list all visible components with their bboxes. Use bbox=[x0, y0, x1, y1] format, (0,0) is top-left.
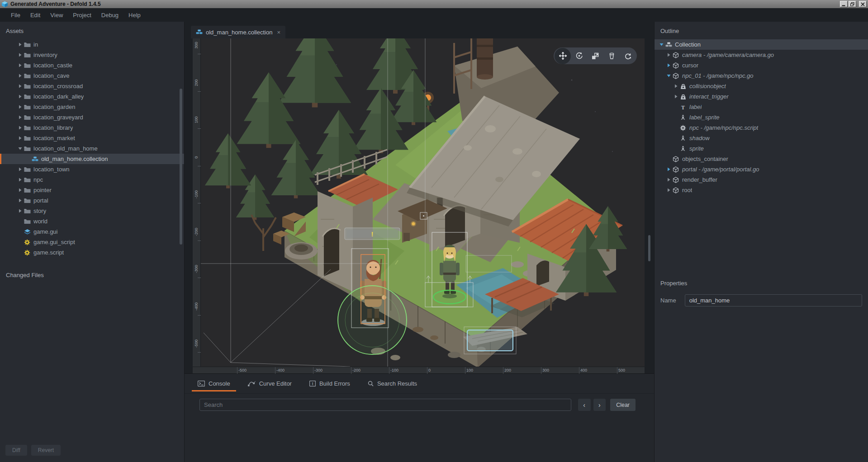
asset-location_library[interactable]: location_library bbox=[0, 123, 184, 133]
asset-location_castle[interactable]: location_castle bbox=[0, 60, 184, 71]
chevron-right-icon[interactable] bbox=[17, 178, 23, 182]
scene-toolbar bbox=[554, 47, 637, 64]
search-input[interactable] bbox=[199, 399, 571, 411]
asset-world[interactable]: world bbox=[0, 216, 184, 226]
chevron-right-icon[interactable] bbox=[17, 94, 23, 99]
next-result-button[interactable]: › bbox=[593, 399, 606, 411]
asset-location_town[interactable]: location_town bbox=[0, 164, 184, 174]
menu-file[interactable]: File bbox=[6, 9, 25, 21]
menu-debug[interactable]: Debug bbox=[96, 9, 123, 21]
chevron-right-icon[interactable] bbox=[17, 42, 23, 47]
outline-interact_trigger[interactable]: interact_trigger bbox=[655, 91, 868, 102]
chevron-right-icon[interactable] bbox=[17, 105, 23, 109]
ruler-y-label: -400 bbox=[194, 299, 199, 314]
viewport-scrollbar[interactable] bbox=[648, 235, 650, 261]
ruler-y-label: -200 bbox=[194, 225, 199, 239]
menu-view[interactable]: View bbox=[45, 9, 68, 21]
gear-icon bbox=[679, 125, 687, 131]
move-tool-button[interactable] bbox=[555, 48, 571, 64]
chevron-down-icon[interactable] bbox=[665, 74, 672, 78]
chevron-right-icon[interactable] bbox=[17, 198, 23, 203]
outline-camera[interactable]: camera - /game/camera/camera.go bbox=[655, 50, 868, 60]
chevron-right-icon[interactable] bbox=[17, 188, 23, 192]
assets-scrollbar[interactable] bbox=[180, 89, 182, 245]
outline-sprite[interactable]: sprite bbox=[655, 143, 868, 154]
outline-objects_container[interactable]: objects_container bbox=[655, 154, 868, 164]
frustum-tool-button[interactable] bbox=[603, 48, 620, 64]
asset-game.gui_script[interactable]: game.gui_script bbox=[0, 237, 184, 247]
chevron-right-icon[interactable] bbox=[17, 63, 23, 67]
chevron-right-icon[interactable] bbox=[17, 53, 23, 57]
tab-build-errors[interactable]: !Build Errors bbox=[304, 374, 356, 393]
outline-npc[interactable]: npc - /game/npc/npc.script bbox=[655, 123, 868, 133]
asset-npc[interactable]: npc bbox=[0, 174, 184, 185]
asset-in[interactable]: in bbox=[0, 39, 184, 50]
chevron-right-icon[interactable] bbox=[665, 63, 672, 67]
close-icon[interactable]: × bbox=[277, 29, 280, 36]
tab-console[interactable]: Console bbox=[192, 374, 236, 393]
ruler-tick bbox=[351, 367, 351, 374]
clear-button[interactable]: Clear bbox=[610, 399, 636, 411]
menu-project[interactable]: Project bbox=[68, 9, 96, 21]
outline-npc_01[interactable]: npc_01 - /game/npc/npc.go bbox=[655, 71, 868, 81]
rotate-tool-button[interactable] bbox=[571, 48, 587, 64]
outline-Collection[interactable]: Collection bbox=[655, 39, 868, 50]
diff-button[interactable]: Diff bbox=[5, 445, 27, 456]
asset-pointer[interactable]: pointer bbox=[0, 185, 184, 195]
outline-portal[interactable]: portal - /game/portal/portal.go bbox=[655, 164, 868, 174]
scene-canvas[interactable]: ! bbox=[201, 38, 645, 367]
outline-render_buffer[interactable]: render_buffer bbox=[655, 174, 868, 185]
minimize-button[interactable] bbox=[840, 1, 848, 7]
outline-shadow[interactable]: shadow bbox=[655, 133, 868, 143]
chevron-right-icon[interactable] bbox=[665, 188, 672, 192]
outline-cursor[interactable]: cursor bbox=[655, 60, 868, 71]
restore-button[interactable] bbox=[849, 1, 856, 7]
menu-bar: FileEditViewProjectDebugHelp bbox=[0, 8, 868, 22]
ground-highlight-ellipse bbox=[433, 290, 466, 304]
tab-old-man-home-collection[interactable]: old_man_home.collection × bbox=[191, 26, 285, 38]
folder-icon bbox=[23, 115, 31, 120]
asset-location_garden[interactable]: location_garden bbox=[0, 102, 184, 112]
chevron-right-icon[interactable] bbox=[673, 94, 679, 99]
prev-result-button[interactable]: ‹ bbox=[578, 399, 591, 411]
chevron-right-icon[interactable] bbox=[665, 178, 672, 182]
asset-portal[interactable]: portal bbox=[0, 195, 184, 206]
outline-label[interactable]: Tlabel bbox=[655, 102, 868, 112]
name-field[interactable] bbox=[685, 294, 862, 306]
menu-help[interactable]: Help bbox=[123, 9, 146, 21]
asset-location_graveyard[interactable]: location_graveyard bbox=[0, 112, 184, 123]
close-button[interactable] bbox=[859, 1, 867, 7]
asset-location_market[interactable]: location_market bbox=[0, 133, 184, 143]
menu-edit[interactable]: Edit bbox=[25, 9, 45, 21]
tab-curve-editor[interactable]: Curve Editor bbox=[242, 374, 298, 393]
tab-search-results[interactable]: Search Results bbox=[362, 374, 423, 393]
outline-label_sprite[interactable]: label_sprite bbox=[655, 112, 868, 123]
ruler-x-label: 400 bbox=[580, 368, 587, 372]
chevron-right-icon[interactable] bbox=[17, 115, 23, 119]
chevron-right-icon[interactable] bbox=[17, 126, 23, 130]
asset-inventory[interactable]: inventory bbox=[0, 50, 184, 60]
scale-tool-button[interactable] bbox=[587, 48, 603, 64]
chevron-down-icon[interactable] bbox=[658, 42, 664, 47]
chevron-right-icon[interactable] bbox=[17, 74, 23, 78]
asset-game.gui[interactable]: game.gui bbox=[0, 226, 184, 237]
asset-old_man_home.collection[interactable]: old_man_home.collection bbox=[0, 154, 184, 164]
chevron-right-icon[interactable] bbox=[673, 84, 679, 88]
asset-location_crossroad[interactable]: location_crossroad bbox=[0, 81, 184, 91]
chevron-right-icon[interactable] bbox=[665, 53, 672, 57]
chevron-right-icon[interactable] bbox=[17, 84, 23, 88]
chevron-right-icon[interactable] bbox=[17, 136, 23, 140]
asset-location_dark_alley[interactable]: location_dark_alley bbox=[0, 91, 184, 102]
asset-location_cave[interactable]: location_cave bbox=[0, 71, 184, 81]
chevron-right-icon[interactable] bbox=[17, 209, 23, 213]
chevron-right-icon[interactable] bbox=[17, 167, 23, 171]
revert-button[interactable]: Revert bbox=[31, 445, 61, 456]
asset-story[interactable]: story bbox=[0, 206, 184, 216]
outline-collisionobject[interactable]: collisionobject bbox=[655, 81, 868, 91]
chevron-right-icon[interactable] bbox=[665, 167, 672, 171]
refresh-tool-button[interactable] bbox=[620, 48, 636, 64]
asset-game.script[interactable]: game.script bbox=[0, 247, 184, 258]
asset-location_old_man_home[interactable]: location_old_man_home bbox=[0, 143, 184, 154]
chevron-down-icon[interactable] bbox=[17, 146, 23, 151]
outline-root[interactable]: root bbox=[655, 185, 868, 195]
